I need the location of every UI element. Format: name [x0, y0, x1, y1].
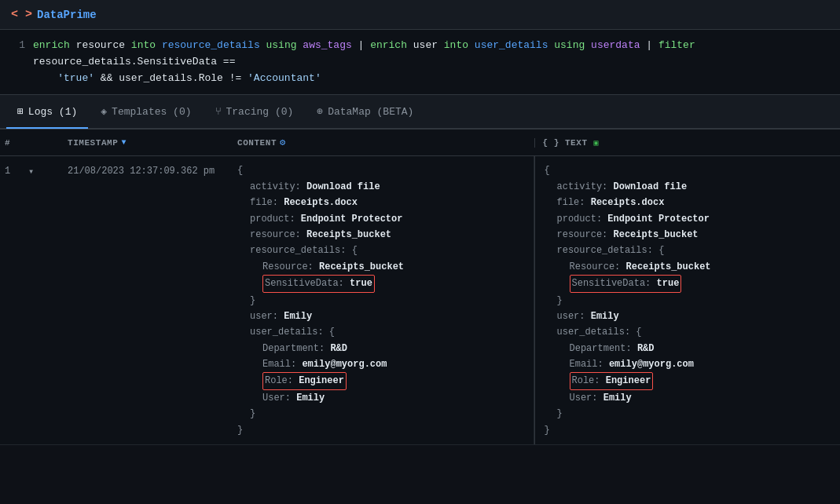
table-header: # TIMESTAMP ▼ CONTENT ⚙ { } TEXT ▣ — [0, 130, 840, 156]
kw-field-path: resource_details.SensitiveData — [33, 56, 223, 68]
kw-pipe2: | — [646, 39, 658, 51]
tab-datamap[interactable]: ⊕ DataMap (BETA) — [306, 96, 424, 129]
tab-logs[interactable]: ⊞ Logs (1) — [6, 96, 88, 129]
content-resource-details-brace: { — [352, 245, 358, 256]
text-brace-close: } — [545, 425, 550, 436]
text-sensitive-highlight: SensitiveData: true — [570, 275, 682, 292]
kw-and: && user_details.Role != — [101, 72, 248, 84]
content-user-val: Emily — [284, 311, 312, 322]
kw-resource: resource — [76, 39, 131, 51]
content-user-inner-val: Emily — [296, 393, 325, 404]
logs-icon: ⊞ — [17, 105, 24, 118]
text-file-val: Receipts.docx — [591, 197, 665, 208]
text-dept-key: Department: — [545, 341, 632, 356]
row-content-cell: { activity: Download file file: Receipts… — [233, 156, 534, 444]
content-activity-key: activity: — [237, 179, 301, 195]
content-sensitive-key: SensitiveData: — [265, 278, 344, 289]
content-resource-inner-key: Resource: — [237, 259, 314, 275]
content-sensitive-wrapper: SensitiveData: true — [237, 275, 375, 292]
text-brace-open: { — [545, 165, 550, 176]
text-resource-details-key: resource_details: — [545, 243, 653, 258]
kw-filter: filter — [658, 39, 695, 51]
tab-tracing[interactable]: ⑂ Tracing (0) — [204, 96, 305, 129]
col-content-header[interactable]: CONTENT ⚙ — [233, 137, 534, 148]
logo-chevrons: < > — [11, 8, 32, 21]
content-activity-val: Download file — [306, 181, 380, 192]
text-resource-key: resource: — [545, 227, 608, 243]
tabs-bar: ⊞ Logs (1) ◈ Templates (0) ⑂ Tracing (0)… — [0, 95, 840, 130]
text-dept-val: R&D — [637, 343, 655, 354]
content-ud-close: } — [237, 406, 255, 422]
kw-userdata: userdata — [591, 39, 646, 51]
text-activity-val: Download file — [614, 181, 688, 192]
content-user-key: user: — [237, 309, 278, 324]
text-resource-val: Receipts_bucket — [614, 229, 699, 240]
text-user-details-key: user_details: — [545, 324, 631, 340]
table-row: 1 ▾ 21/08/2023 12:37:09.362 pm { activit… — [0, 156, 840, 445]
content-resource-inner-val: Receipts_bucket — [319, 261, 404, 272]
templates-icon: ◈ — [101, 105, 107, 118]
settings-icon[interactable]: ⚙ — [280, 137, 286, 148]
text-role-key: Role: — [572, 375, 600, 386]
kw-enrich1: enrich — [33, 39, 70, 51]
text-label: { } — [543, 138, 559, 148]
tracing-icon: ⑂ — [215, 106, 222, 118]
text-resource-details-brace: { — [658, 245, 664, 256]
text-product-val: Endpoint Protector — [607, 214, 710, 225]
text-email-val: emily@myorg.com — [609, 359, 694, 370]
text-resource-inner-val: Receipts_bucket — [626, 261, 711, 272]
content-resource-val: Receipts_bucket — [306, 229, 391, 240]
content-resource-details-key: resource_details: — [237, 243, 346, 258]
text-user-inner-val: Emily — [603, 393, 632, 404]
content-user-details-key: user_details: — [237, 324, 324, 340]
query-content[interactable]: enrich resource into resource_details us… — [33, 38, 829, 86]
text-user-key: user: — [545, 309, 585, 324]
tab-templates[interactable]: ◈ Templates (0) — [90, 96, 202, 129]
col-text-header[interactable]: { } TEXT ▣ — [534, 138, 836, 148]
kw-accountant: 'Accountant' — [248, 72, 321, 84]
line-number: 1 — [11, 38, 25, 86]
text-role-wrapper: Role: Engineer — [545, 372, 654, 389]
text-ud-close: } — [545, 406, 563, 422]
kw-enrich2: enrich — [370, 39, 407, 51]
kw-into1: into — [131, 39, 156, 51]
tab-logs-label: Logs (1) — [28, 106, 77, 118]
datamap-icon: ⊕ — [317, 105, 323, 118]
content-brace-open: { — [237, 165, 243, 176]
content-role-wrapper: Role: Engineer — [237, 372, 347, 389]
text-resource-inner-key: Resource: — [545, 259, 621, 275]
text-product-key: product: — [545, 211, 603, 227]
col-timestamp-header[interactable]: TIMESTAMP ▼ — [68, 138, 233, 148]
kw-using2: using — [554, 39, 585, 51]
text-user-val: Emily — [591, 311, 619, 322]
row-text-cell: { activity: Download file file: Receipts… — [534, 156, 836, 444]
kw-into2: into — [444, 39, 468, 51]
kw-eq: == — [223, 56, 236, 68]
app-logo[interactable]: < > DataPrime — [11, 8, 97, 21]
content-file-val: Receipts.docx — [284, 197, 358, 208]
content-sensitive-highlight: SensitiveData: true — [262, 275, 375, 292]
app-title: DataPrime — [37, 9, 97, 21]
content-rd-close: } — [237, 293, 255, 309]
text-user-inner-key: User: — [545, 390, 598, 406]
content-file-key: file: — [237, 195, 278, 210]
query-editor[interactable]: 1 enrich resource into resource_details … — [0, 30, 840, 95]
row-expand-button[interactable]: ▾ — [28, 156, 68, 444]
content-product-val: Endpoint Protector — [301, 214, 403, 225]
col-num-header: # — [5, 138, 28, 148]
tab-datamap-label: DataMap (BETA) — [328, 106, 413, 118]
text-file-key: file: — [545, 195, 585, 210]
text-user-details-brace: { — [636, 327, 641, 338]
text-sensitive-wrapper: SensitiveData: true — [545, 275, 682, 292]
text-rd-close: } — [545, 293, 563, 309]
kw-pipe1: | — [358, 39, 371, 51]
tab-templates-label: Templates (0) — [112, 106, 191, 118]
content-resource-key: resource: — [237, 227, 301, 243]
text-role-val: Engineer — [606, 375, 651, 386]
text-role-highlight: Role: Engineer — [570, 372, 654, 389]
content-user-details-brace: { — [329, 327, 335, 338]
content-role-highlight: Role: Engineer — [262, 372, 347, 389]
tab-tracing-label: Tracing (0) — [226, 106, 294, 118]
content-product-key: product: — [237, 211, 295, 227]
content-role-val: Engineer — [299, 375, 344, 386]
